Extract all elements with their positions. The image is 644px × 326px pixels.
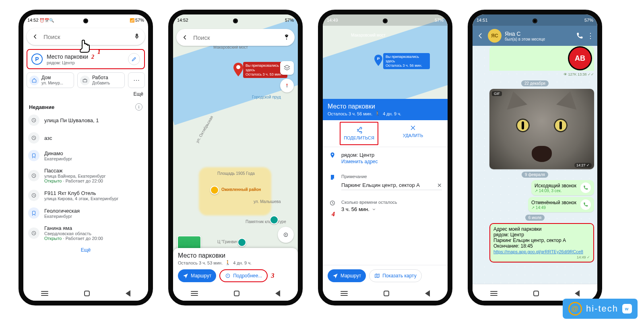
parking-message[interactable]: Адрес моей парковки рядом: Центр Паркинг… bbox=[489, 223, 594, 262]
status-time: 14:51 bbox=[477, 18, 488, 23]
status-time: 14:52 bbox=[177, 18, 188, 23]
list-item[interactable]: улица Пи Шувалова, 1 bbox=[26, 111, 146, 129]
details-title: Место парковки bbox=[328, 103, 443, 110]
edit-button[interactable] bbox=[128, 53, 140, 65]
home-chip[interactable]: Дом ул. Мичур... bbox=[27, 72, 74, 88]
list-item[interactable]: Геологическая Екатеринбург bbox=[26, 204, 146, 222]
gif-message[interactable]: GIF 14:27 ✓ bbox=[489, 89, 594, 169]
back-icon[interactable] bbox=[31, 33, 39, 40]
list-item[interactable]: азс bbox=[26, 129, 146, 147]
info-icon[interactable]: i bbox=[135, 103, 142, 111]
list-item[interactable]: Пассаж улица Вайнера, Екатеринбург Откры… bbox=[26, 164, 146, 187]
mic-icon[interactable] bbox=[283, 34, 290, 41]
nav-back-icon[interactable] bbox=[126, 290, 130, 297]
nav-home-icon[interactable] bbox=[384, 291, 389, 296]
nav-home-icon[interactable] bbox=[234, 291, 239, 296]
route-button[interactable]: Маршрут bbox=[328, 269, 366, 282]
search-input[interactable] bbox=[192, 34, 279, 41]
map-label: Памятник клавиатуре bbox=[246, 219, 286, 224]
forwarded-message[interactable]: AB bbox=[489, 46, 594, 71]
call-message[interactable]: Отменённый звонок ↗ 14:49 bbox=[528, 197, 594, 212]
mic-icon[interactable] bbox=[134, 33, 140, 40]
address-row[interactable]: рядом: Центр Изменить адрес bbox=[323, 147, 448, 169]
date-separator: 22 декабря bbox=[521, 80, 549, 86]
phone-icon[interactable] bbox=[576, 32, 584, 40]
call-message[interactable]: Исходящий звонок ↗ 14:09, 3 сек. bbox=[531, 180, 594, 195]
map-label: Оживленный район bbox=[221, 187, 261, 192]
search-bar[interactable] bbox=[176, 29, 295, 46]
phone-icon[interactable] bbox=[580, 199, 591, 210]
clear-icon[interactable]: ✕ bbox=[437, 182, 442, 189]
status-time: 14:52 bbox=[27, 18, 39, 23]
chat-header[interactable]: ЯС Яна С был(а) в этом месяце ⋮ bbox=[473, 26, 597, 46]
list-item[interactable]: Ганина яма Свердловская область Открыто … bbox=[26, 222, 146, 244]
message-time: 14:27 ✓ bbox=[574, 163, 592, 168]
metro-icon bbox=[28, 207, 39, 219]
route-button[interactable]: Маршрут bbox=[178, 269, 216, 282]
walk-icon: 🚶 bbox=[225, 260, 231, 265]
nav-back-icon[interactable] bbox=[575, 290, 580, 297]
avatar[interactable]: ЯС bbox=[488, 29, 502, 43]
more-link[interactable]: Ещё bbox=[23, 244, 148, 256]
chevron-down-icon bbox=[372, 207, 376, 211]
nav-home-icon[interactable] bbox=[533, 291, 539, 296]
nav-recent-icon[interactable] bbox=[490, 293, 497, 294]
change-address-link[interactable]: Изменить адрес bbox=[341, 159, 378, 164]
layers-button[interactable] bbox=[280, 61, 294, 75]
parking-pin-icon[interactable] bbox=[233, 63, 243, 76]
compass-button[interactable] bbox=[280, 79, 294, 92]
map-poi-icon[interactable] bbox=[237, 238, 246, 247]
bottom-sheet[interactable]: Место парковки Осталось 3 ч. 53 мин. 🚶 4… bbox=[173, 248, 298, 286]
map-poi-icon[interactable] bbox=[210, 186, 219, 195]
svg-text:P: P bbox=[377, 56, 380, 61]
nav-back-icon[interactable] bbox=[275, 290, 280, 297]
nav-back-icon[interactable] bbox=[425, 290, 430, 297]
annotation-3: 3 bbox=[271, 272, 274, 279]
details-header: Место парковки Осталось 3 ч. 56 мин. 🚶 4… bbox=[323, 99, 448, 120]
list-item[interactable]: F911 Яхт Клуб Отель улица Кирова, 4 этаж… bbox=[26, 187, 146, 204]
share-button[interactable]: ПОДЕЛИТЬСЯ bbox=[340, 122, 378, 145]
chat-body[interactable]: AB 👁 127K 13:38 ✓✓ 22 декабря GIF 14:27 … bbox=[473, 46, 597, 284]
map-view[interactable]: Макаровский мост P Вы припарковались зде… bbox=[323, 14, 448, 99]
time-row[interactable]: Сколько времени осталось 3 ч. 56 мин. bbox=[323, 195, 448, 217]
status-bar: 14:52 57% bbox=[173, 14, 298, 26]
time-label: Сколько времени осталось bbox=[341, 200, 397, 205]
msg-link[interactable]: https://maps.app.goo.gl/grRRTEy26di9RCce… bbox=[493, 249, 583, 254]
date-separator: 9 февраля bbox=[522, 172, 548, 178]
back-icon[interactable] bbox=[181, 34, 188, 41]
phone-4: 14:51 57% ЯС Яна С был(а) в этом месяце … bbox=[468, 10, 602, 305]
map-poi-icon[interactable] bbox=[270, 215, 279, 224]
phone-3: Макаровский мост P Вы припарковались зде… bbox=[318, 10, 452, 305]
menu-icon[interactable]: ⋮ bbox=[587, 31, 594, 40]
at-icon: @ bbox=[568, 302, 582, 316]
my-location-button[interactable] bbox=[278, 227, 294, 243]
watermark-label: hi-tech bbox=[586, 303, 618, 314]
nav-recent-icon[interactable] bbox=[341, 293, 348, 294]
map-label: Макаровский мост bbox=[351, 33, 386, 37]
show-map-button[interactable]: Показать карту bbox=[369, 269, 422, 282]
note-input[interactable]: Паркинг Ельцин центр, сектор А ✕ bbox=[341, 180, 442, 190]
nav-home-icon[interactable] bbox=[84, 291, 90, 296]
list-item[interactable]: Динамо Екатеринбург bbox=[26, 147, 146, 164]
more-chip[interactable]: ⋯ bbox=[128, 72, 145, 88]
svg-point-7 bbox=[236, 65, 240, 69]
map-label: Ц "Гринвич" bbox=[217, 240, 239, 244]
nav-recent-icon[interactable] bbox=[41, 293, 48, 294]
map-label: Городской пруд bbox=[252, 95, 281, 99]
phone-icon[interactable] bbox=[580, 182, 591, 193]
nav-recent-icon[interactable] bbox=[191, 293, 198, 294]
walk-icon: 🚶 bbox=[375, 111, 380, 116]
back-icon[interactable] bbox=[476, 31, 485, 40]
briefcase-icon bbox=[80, 76, 90, 85]
more-label: Ещё bbox=[23, 91, 148, 99]
call-meta: ↗ 14:49 bbox=[531, 205, 576, 210]
delete-button[interactable]: УДАЛИТЬ bbox=[378, 120, 448, 147]
details-button[interactable]: Подробнее... bbox=[219, 269, 268, 282]
android-nav bbox=[323, 286, 448, 301]
work-chip[interactable]: Работа Добавить bbox=[77, 72, 125, 88]
parking-subtitle: рядом: Центр bbox=[47, 60, 94, 65]
annotation-4: 4 bbox=[332, 211, 335, 218]
bottom-actions: Маршрут Показать карту bbox=[323, 265, 448, 286]
clock-icon bbox=[328, 200, 336, 208]
parking-pin-icon[interactable]: P bbox=[374, 55, 382, 66]
